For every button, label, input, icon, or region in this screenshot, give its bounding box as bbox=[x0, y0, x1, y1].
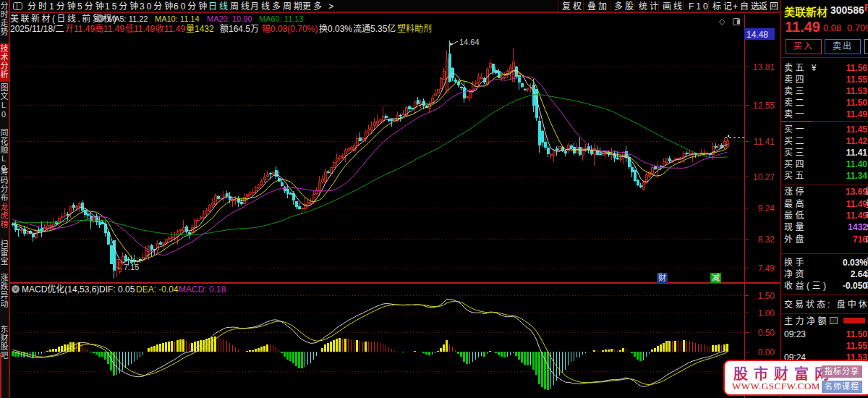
svg-text:11.41: 11.41 bbox=[754, 137, 775, 147]
svg-text:7.49: 7.49 bbox=[758, 263, 775, 274]
svg-text:9.24: 9.24 bbox=[758, 203, 775, 213]
svg-text:←7.15: ←7.15 bbox=[116, 263, 139, 271]
svg-text:0.00: 0.00 bbox=[758, 347, 775, 357]
svg-text:12.55: 12.55 bbox=[753, 101, 775, 111]
svg-text:14.64: 14.64 bbox=[459, 38, 480, 46]
svg-text:1.50: 1.50 bbox=[758, 291, 775, 301]
svg-text:14.48: 14.48 bbox=[746, 30, 768, 40]
svg-text:10.27: 10.27 bbox=[753, 172, 775, 182]
svg-text:13.81: 13.81 bbox=[753, 62, 775, 72]
svg-text:8.32: 8.32 bbox=[758, 234, 775, 245]
svg-text:财: 财 bbox=[658, 273, 666, 282]
svg-text:0.50: 0.50 bbox=[758, 328, 775, 338]
svg-text:1.00: 1.00 bbox=[758, 308, 775, 318]
svg-text:减: 减 bbox=[712, 274, 720, 282]
